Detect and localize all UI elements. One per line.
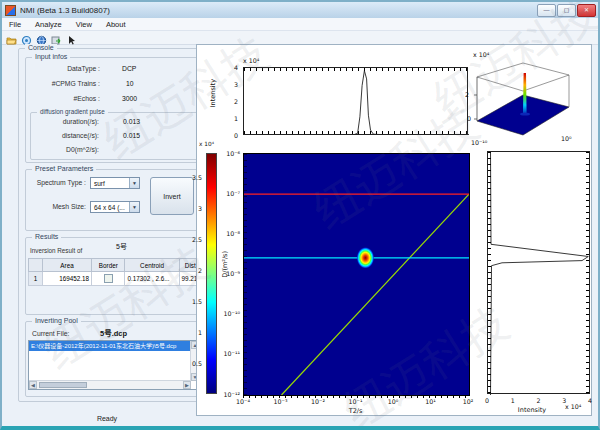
toolbar	[2, 31, 598, 45]
cell-border[interactable]	[92, 272, 125, 286]
colorbar-ticks: 0.511.522.533.5	[190, 153, 204, 394]
tick-label: 1	[507, 397, 519, 404]
tick-label: 10⁻⁸	[226, 230, 240, 237]
top-plot-exp-label: x 10⁴	[243, 57, 259, 64]
plot-panel: x 10⁴ Intensity 01234	[196, 44, 592, 416]
app-icon	[5, 5, 16, 16]
status-text: Ready	[62, 415, 152, 422]
list-item-selected[interactable]: E:\仪器设备-2012年(2012-11-01东北石油大学)\5号.dcp	[29, 341, 199, 351]
tick-label: 0.5	[192, 360, 202, 367]
top-projection-plot[interactable]	[243, 67, 468, 135]
tick-label: 2	[198, 267, 202, 274]
right-projection-plot[interactable]	[487, 151, 590, 394]
snapshot-icon[interactable]	[21, 32, 32, 43]
tick-label: 10¹	[416, 398, 446, 405]
scroll-thumb[interactable]	[39, 382, 87, 388]
menu-about[interactable]: About	[99, 20, 133, 29]
spectrum-type-value: surf	[94, 180, 105, 187]
console-panel: Console Input infos DataType : DCP #CPMG…	[18, 48, 210, 402]
border-checkbox[interactable]	[104, 274, 113, 283]
status-bar: Ready	[2, 412, 598, 426]
cell-centroid[interactable]: 0.17302 , 2.6...	[125, 272, 179, 286]
cell-area[interactable]: 169452.18	[42, 272, 91, 286]
title-bar[interactable]: NMI (Beta 1.3 Build0807) — ▢ ✕	[2, 2, 598, 18]
heatmap-xticks: 10⁻⁴10⁻³10⁻²10⁻¹10⁰10¹10²	[243, 398, 468, 406]
echos-value: 3000	[122, 95, 137, 102]
colorbar	[206, 153, 217, 394]
surface-exp-label: x 10⁴	[473, 51, 489, 58]
mesh-size-label: Mesh Size:	[28, 203, 86, 210]
export-icon[interactable]	[51, 32, 62, 43]
d-t2-heatmap[interactable]	[243, 153, 470, 396]
table-header-row: Area Border Centroid Dist	[29, 259, 202, 272]
tick-label: 4	[234, 64, 238, 71]
distance-label: distance(/s):	[33, 132, 99, 139]
app-window: NMI (Beta 1.3 Build0807) — ▢ ✕ File Anal…	[0, 0, 600, 430]
tick-label: 0	[481, 397, 493, 404]
results-group: Results Inversion Result of 5号 Area Bord…	[25, 237, 203, 315]
distance-value: 0.015	[123, 132, 140, 139]
table-row[interactable]: 1 169452.18 0.17302 , 2.6... 99.21	[29, 272, 202, 286]
tick-label: 3.5	[192, 174, 202, 181]
diffusion-group: diffusion gradient pulse duration(/s): 0…	[30, 112, 198, 160]
invert-button[interactable]: Invert	[150, 177, 194, 215]
tick-label: 10⁻¹¹	[224, 350, 240, 357]
tick-label: 2.5	[192, 236, 202, 243]
tick-label: 10⁻⁷	[226, 190, 240, 197]
cpmg-trains-value: 10	[126, 80, 134, 87]
tick-label: 10⁻⁴	[228, 398, 258, 405]
right-plot-exp-label: x 10⁴	[565, 403, 581, 410]
inverting-pool-group: Inverting Pool Current File: 5号.dcp E:\仪…	[25, 321, 203, 397]
top-plot-yticks: 01234	[223, 67, 240, 135]
tick-label: 10⁻⁶	[226, 150, 240, 157]
horizontal-scrollbar[interactable]: ◀ ▶	[29, 380, 191, 389]
window-title: NMI (Beta 1.3 Build0807)	[20, 6, 110, 15]
colorbar-exp-label: x 10⁴	[199, 141, 214, 147]
mesh-size-select[interactable]: 64 x 64 (... ▼	[90, 201, 140, 213]
datatype-label: DataType :	[28, 65, 100, 72]
menu-bar: File Analyze View About	[2, 18, 598, 31]
menu-file[interactable]: File	[2, 20, 28, 29]
surface-corner-right-label: 10⁰	[561, 135, 572, 142]
close-button[interactable]: ✕	[577, 4, 596, 17]
tick-label: 10⁻³	[266, 398, 296, 405]
current-file-value: 5号.dcp	[100, 327, 127, 338]
input-infos-title: Input infos	[32, 53, 70, 60]
preset-title: Preset Parameters	[32, 165, 96, 172]
top-plot-ylabel: Intensity	[209, 79, 217, 107]
results-file-tag: 5号	[116, 241, 127, 251]
current-file-label: Current File:	[32, 330, 69, 337]
tick-label: 10⁻⁹	[226, 270, 240, 277]
maximize-button[interactable]: ▢	[557, 4, 576, 17]
open-folder-icon[interactable]	[6, 32, 17, 43]
tick-label: 10⁻¹⁰	[224, 310, 240, 317]
scroll-left-icon[interactable]: ◀	[29, 381, 37, 389]
col-area[interactable]: Area	[42, 259, 91, 272]
results-caption: Inversion Result of	[30, 247, 82, 254]
menu-view[interactable]: View	[69, 20, 99, 29]
pool-listbox[interactable]: E:\仪器设备-2012年(2012-11-01东北石油大学)\5号.dcp ▲…	[28, 340, 200, 390]
chevron-down-icon[interactable]: ▼	[129, 178, 139, 188]
cpmg-trains-label: #CPMG Trains :	[28, 80, 100, 87]
duration-label: duration(/s):	[33, 118, 99, 125]
tick-label: 1	[234, 115, 238, 122]
tick-label: 10⁰	[378, 398, 408, 405]
heatmap-yticks: 10⁻⁶10⁻⁷10⁻⁸10⁻⁹10⁻¹⁰10⁻¹¹10⁻¹²	[219, 153, 241, 394]
cursor-icon[interactable]	[66, 32, 77, 43]
col-border[interactable]: Border	[92, 259, 125, 272]
tick-label: 2	[234, 98, 238, 105]
tick-label: 10²	[453, 398, 483, 405]
col-centroid[interactable]: Centroid	[125, 259, 179, 272]
globe-icon[interactable]	[36, 32, 47, 43]
tick-label: 10⁻¹	[341, 398, 371, 405]
menu-analyze[interactable]: Analyze	[28, 20, 69, 29]
tick-label: 1	[198, 329, 202, 336]
minimize-button[interactable]: —	[537, 4, 556, 17]
results-table[interactable]: Area Border Centroid Dist 1 169452.18 0.…	[28, 258, 202, 286]
input-infos-group: Input infos DataType : DCP #CPMG Trains …	[25, 57, 203, 163]
spectrum-type-select[interactable]: surf ▼	[90, 177, 140, 189]
chevron-down-icon[interactable]: ▼	[129, 202, 139, 212]
pool-title: Inverting Pool	[32, 317, 81, 324]
surface-corner-left-label: 10⁻¹⁰	[471, 139, 487, 146]
tick-label: 0	[234, 132, 238, 139]
